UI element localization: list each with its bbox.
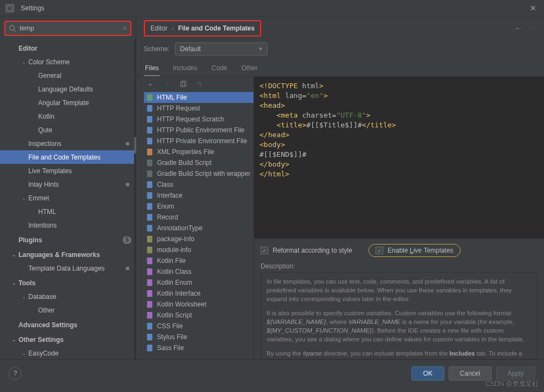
add-button[interactable]: ＋: [146, 80, 155, 89]
template-item[interactable]: Kotlin Worksheet: [144, 299, 253, 310]
svg-rect-4: [147, 94, 153, 101]
template-item[interactable]: module-info: [144, 244, 253, 255]
tree-item-file-and-code-templates[interactable]: File and Code Templates: [0, 150, 136, 164]
tree-item-label: Kotlin: [38, 113, 131, 120]
svg-rect-20: [147, 268, 153, 275]
tab-code[interactable]: Code: [210, 61, 228, 76]
nav-back-icon[interactable]: ←: [515, 24, 522, 33]
cancel-button[interactable]: Cancel: [449, 366, 492, 381]
chevron-right-icon: ›: [172, 26, 173, 32]
breadcrumb-root: Editor: [150, 24, 167, 32]
code-editor[interactable]: <!DOCTYPE html> <html lang="en"> <head> …: [254, 77, 544, 238]
tree-item-live-templates[interactable]: Live Templates: [0, 164, 136, 177]
help-button[interactable]: ?: [9, 367, 22, 380]
xml-file-icon: [146, 148, 154, 156]
template-item[interactable]: package-info: [144, 234, 253, 244]
template-name: Kotlin Script: [157, 311, 192, 319]
css-file-icon: [146, 333, 154, 341]
template-item[interactable]: HTML File: [144, 92, 253, 103]
template-item[interactable]: Sass File: [144, 342, 253, 353]
gradle-file-icon: [146, 170, 154, 177]
template-item[interactable]: Kotlin Enum: [144, 277, 253, 288]
enable-live-templates-checkbox[interactable]: ✓ Enable Live Templates: [368, 244, 461, 257]
tree-item-qute[interactable]: Qute: [0, 123, 136, 137]
search-field[interactable]: ×: [4, 21, 131, 36]
scheme-select[interactable]: Default ▼: [175, 42, 268, 56]
template-item[interactable]: CSS File: [144, 321, 253, 332]
template-item[interactable]: Stylus File: [144, 332, 253, 342]
tree-item-label: Angular Template: [38, 99, 131, 107]
template-item[interactable]: Interface: [144, 190, 253, 201]
close-icon[interactable]: ✕: [528, 3, 539, 14]
revert-button[interactable]: [195, 80, 204, 89]
sidebar-scrollbar[interactable]: [134, 39, 136, 360]
svg-rect-21: [147, 279, 153, 286]
tree-item-database[interactable]: ⌄Database: [0, 290, 136, 303]
kt-file-icon: [146, 268, 154, 275]
project-badge-icon: [124, 181, 131, 188]
template-item[interactable]: Kotlin File: [144, 255, 253, 266]
template-name: Kotlin Worksheet: [157, 301, 207, 308]
tree-item-languages-frameworks[interactable]: ⌄Languages & Frameworks: [0, 248, 136, 261]
tree-item-language-defaults[interactable]: Language Defaults: [0, 82, 136, 96]
tree-item-emmet[interactable]: ⌄Emmet: [0, 191, 136, 205]
remove-button[interactable]: －: [162, 80, 171, 89]
template-item[interactable]: Gradle Build Script: [144, 157, 253, 168]
template-item[interactable]: HTTP Request: [144, 103, 253, 114]
template-item[interactable]: AnnotationType: [144, 223, 253, 234]
tree-item-color-scheme[interactable]: ⌄Color Scheme: [0, 55, 136, 69]
tree-item-tools[interactable]: ⌄Tools: [0, 276, 136, 290]
tree-item-general[interactable]: General: [0, 69, 136, 82]
tree-item-other-settings[interactable]: ⌄Other Settings: [0, 333, 136, 346]
tree-item-label: Other Settings: [19, 336, 131, 344]
template-name: Sass File: [157, 344, 184, 352]
tree-item-intentions[interactable]: Intentions: [0, 218, 136, 232]
tree-item-label: General: [38, 72, 131, 79]
reformat-checkbox[interactable]: ✓ Reformat according to style: [261, 247, 352, 254]
tree-item-kotlin[interactable]: Kotlin: [0, 109, 136, 123]
svg-line-1: [14, 30, 16, 32]
chevron-down-icon: ⌄: [11, 337, 17, 342]
template-item[interactable]: Kotlin Interface: [144, 288, 253, 299]
tab-files[interactable]: Files: [144, 61, 160, 76]
tree-item-label: Database: [28, 293, 131, 301]
template-item[interactable]: Gradle Build Script with wrapper: [144, 168, 253, 179]
template-tabs: FilesIncludesCodeOther: [136, 61, 544, 77]
tree-item-editor[interactable]: Editor: [0, 41, 136, 55]
tree-item-html[interactable]: HTML: [0, 205, 136, 218]
template-item[interactable]: XML Properties File: [144, 146, 253, 157]
tree-item-easycode[interactable]: ⌄EasyCode: [0, 346, 136, 359]
template-item[interactable]: Enum: [144, 201, 253, 212]
ok-button[interactable]: OK: [412, 366, 444, 381]
tree-item-other[interactable]: Other: [0, 303, 136, 317]
tree-item-angular-template[interactable]: Angular Template: [0, 96, 136, 109]
template-name: Record: [157, 213, 178, 221]
tree-item-label: Languages & Frameworks: [19, 251, 131, 259]
template-item[interactable]: HTTP Public Environment File: [144, 125, 253, 136]
template-item[interactable]: Class: [144, 179, 253, 190]
tree-item-advanced-settings[interactable]: Advanced Settings: [0, 318, 136, 332]
title-bar: IJ Settings ✕: [0, 0, 544, 16]
tree-item-template-data-languages[interactable]: Template Data Languages: [0, 261, 136, 275]
template-item[interactable]: Kotlin Script: [144, 310, 253, 321]
template-name: HTML File: [157, 94, 187, 101]
template-item[interactable]: Record: [144, 212, 253, 223]
tab-other[interactable]: Other: [240, 61, 259, 76]
template-item[interactable]: HTTP Request Scratch: [144, 114, 253, 125]
template-item[interactable]: HTTP Private Environment File: [144, 136, 253, 146]
kt-file-icon: [146, 311, 154, 319]
copy-button[interactable]: [179, 80, 188, 89]
template-name: Kotlin Interface: [157, 290, 201, 297]
breadcrumb-leaf: File and Code Templates: [178, 24, 255, 32]
tab-includes[interactable]: Includes: [172, 61, 198, 76]
tree-item-inspections[interactable]: Inspections: [0, 137, 136, 150]
nav-forward-icon[interactable]: →: [529, 24, 536, 33]
http-file-icon: [146, 105, 154, 112]
search-input[interactable]: [20, 24, 123, 32]
tree-item-inlay-hints[interactable]: Inlay Hints: [0, 177, 136, 191]
tree-item-plugins[interactable]: Plugins5: [0, 233, 136, 247]
template-item[interactable]: Kotlin Class: [144, 266, 253, 277]
scheme-value: Default: [180, 45, 201, 53]
svg-rect-11: [147, 170, 153, 177]
clear-search-icon[interactable]: ×: [123, 24, 127, 33]
